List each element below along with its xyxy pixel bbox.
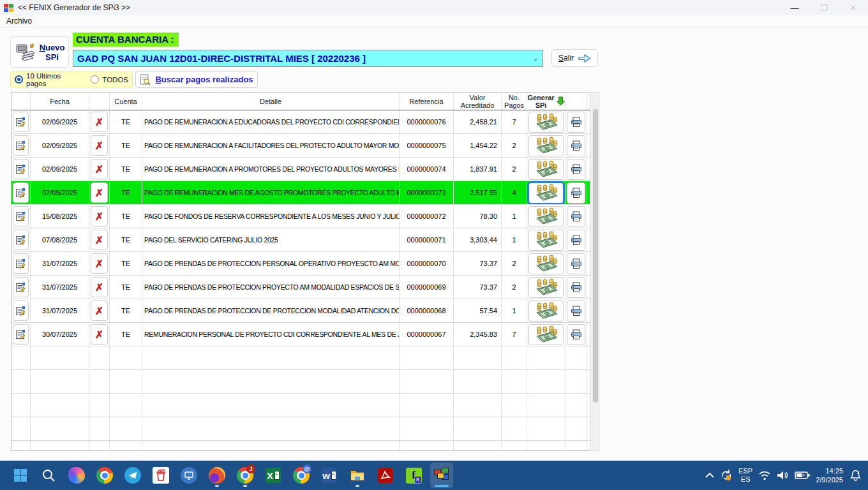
- generar-spi-button[interactable]: [528, 324, 564, 345]
- print-button[interactable]: [567, 277, 585, 298]
- generar-spi-button[interactable]: [528, 112, 564, 133]
- print-button[interactable]: [567, 182, 585, 204]
- edit-row-button[interactable]: [13, 253, 29, 274]
- edit-row-button[interactable]: [13, 135, 29, 156]
- chevron-down-icon[interactable]: ⌄: [528, 54, 542, 63]
- no-pagos-cell: 2: [502, 134, 527, 157]
- taskbar-file-explorer[interactable]: [346, 463, 369, 488]
- edit-row-button[interactable]: [13, 277, 29, 297]
- generar-spi-button[interactable]: [528, 206, 564, 227]
- table-row[interactable]: 31/07/2025 ✗ TE PAGO DE PRENDAS DE PROTE…: [11, 276, 590, 299]
- delete-row-button[interactable]: ✗: [91, 135, 108, 156]
- table-row[interactable]: 15/08/2025 ✗ TE PAGO DE FONDOS DE RESERV…: [11, 205, 590, 228]
- print-button[interactable]: [567, 159, 585, 180]
- print-button[interactable]: [567, 112, 585, 133]
- volume-icon[interactable]: [777, 470, 789, 480]
- delete-row-button[interactable]: ✗: [91, 277, 108, 297]
- taskbar-fenix-spi3-active[interactable]: [430, 463, 453, 488]
- table-row[interactable]: 07/08/2025 ✗ TE PAGO DEL SERVICIO CATERI…: [11, 228, 590, 252]
- delete-row-button[interactable]: ✗: [91, 324, 108, 345]
- edit-row-button[interactable]: [13, 182, 29, 203]
- header-print-col: [565, 93, 587, 110]
- taskbar-chrome[interactable]: [93, 463, 116, 488]
- print-button[interactable]: [567, 253, 585, 274]
- edit-row-button[interactable]: [13, 159, 29, 179]
- edit-row-button[interactable]: [13, 112, 29, 132]
- battery-icon[interactable]: [795, 471, 810, 480]
- taskbar-recycle-bin[interactable]: [149, 463, 172, 488]
- restore-button[interactable]: ❐: [809, 0, 839, 15]
- print-button[interactable]: [567, 135, 585, 156]
- edit-row-button[interactable]: [13, 230, 29, 250]
- delete-row-button[interactable]: ✗: [91, 230, 108, 250]
- generar-spi-button[interactable]: [528, 159, 564, 180]
- taskbar-firefox[interactable]: [206, 463, 228, 488]
- close-button[interactable]: ✕: [839, 0, 868, 15]
- taskbar-telegram[interactable]: [121, 463, 144, 488]
- start-button[interactable]: [9, 463, 32, 488]
- detalle-cell: PAGO DE PRENDAS DE PROTECCION DE PROTECC…: [142, 299, 400, 322]
- delete-row-button[interactable]: ✗: [91, 182, 108, 203]
- delete-cell: ✗: [89, 276, 110, 299]
- salir-button[interactable]: Salir: [551, 49, 598, 67]
- money-icon: [534, 137, 558, 154]
- generar-spi-button[interactable]: [528, 277, 564, 298]
- delete-row-button[interactable]: ✗: [91, 253, 108, 274]
- taskbar-acrobat[interactable]: [374, 463, 397, 488]
- generar-spi-button[interactable]: [528, 135, 564, 156]
- printer-icon: [571, 235, 582, 246]
- cuenta-bancaria-select[interactable]: GAD PQ SAN JUAN 12D01-DIREC-DISTRITAL MI…: [73, 50, 543, 67]
- scrollbar-thumb[interactable]: [593, 109, 598, 403]
- table-row[interactable]: 02/09/2025 ✗ TE PAGO DE REMUNERACION MES…: [11, 181, 590, 205]
- minimize-button[interactable]: —: [780, 0, 809, 15]
- taskbar-excel[interactable]: X≡: [262, 463, 285, 488]
- taskbar-copilot[interactable]: [65, 463, 88, 488]
- language-indicator[interactable]: ESP ES: [738, 467, 752, 484]
- menu-archivo[interactable]: Archivo: [0, 17, 38, 26]
- tray-date: 2/9/2025: [816, 475, 843, 484]
- table-row[interactable]: 02/09/2025 ✗ TE PAGO DE REMUNERACION A P…: [11, 158, 590, 181]
- table-row[interactable]: 02/09/2025 ✗ TE PAGO DE REMUNERACION A E…: [11, 110, 590, 134]
- table-row[interactable]: 30/07/2025 ✗ TE REMUNERACION PERSONAL DE…: [11, 323, 590, 346]
- generar-spi-button[interactable]: [528, 230, 564, 251]
- tray-sync-icon[interactable]: [720, 469, 733, 482]
- delete-row-button[interactable]: ✗: [91, 301, 108, 321]
- tray-chevron-up-icon[interactable]: [705, 473, 714, 478]
- taskbar-fenix[interactable]: f✕: [402, 463, 425, 488]
- wifi-icon[interactable]: [758, 470, 771, 480]
- taskbar-search-button[interactable]: [37, 463, 60, 488]
- delete-row-button[interactable]: ✗: [91, 112, 108, 132]
- print-button[interactable]: [567, 206, 585, 227]
- valor-acreditado-cell: 57.54: [454, 299, 502, 322]
- header-generar-spi-label: Generar SPi: [527, 94, 554, 109]
- nuevo-spi-button[interactable]: Nuevo SPi: [10, 36, 69, 68]
- taskbar-remote-desktop[interactable]: [177, 463, 200, 488]
- generar-spi-button[interactable]: [528, 301, 564, 322]
- buscar-pagos-button[interactable]: Buscar pagos realizados: [135, 71, 258, 88]
- table-row[interactable]: 31/07/2025 ✗ TE PAGO DE PRENDAS DE PROTE…: [11, 252, 590, 276]
- table-vertical-scrollbar[interactable]: [592, 92, 599, 451]
- detalle-cell: PAGO DE PRENDAS DE PROTECCION PERSONAL O…: [142, 252, 400, 275]
- radio-10-ultimos[interactable]: [15, 75, 23, 84]
- header-referencia: Referencia: [400, 93, 454, 110]
- edit-row-button[interactable]: [13, 301, 29, 321]
- delete-row-button[interactable]: ✗: [91, 206, 108, 226]
- edit-row-button[interactable]: [13, 324, 29, 345]
- taskbar-chrome-profile-j[interactable]: J: [234, 463, 257, 488]
- delete-row-button[interactable]: ✗: [91, 159, 108, 179]
- print-button[interactable]: [567, 324, 585, 345]
- edit-row-button[interactable]: [13, 206, 29, 226]
- generar-spi-button[interactable]: [528, 182, 564, 204]
- print-button[interactable]: [567, 230, 585, 251]
- table-row[interactable]: 31/07/2025 ✗ TE PAGO DE PRENDAS DE PROTE…: [11, 299, 590, 323]
- detalle-cell: PAGO DE FONDOS DE RESERVA CORRESPONDIENT…: [142, 205, 400, 228]
- generar-spi-button[interactable]: [528, 253, 564, 274]
- table-row[interactable]: 02/09/2025 ✗ TE PAGO DE REMUNERACION A F…: [11, 134, 590, 158]
- taskbar-word[interactable]: w≡: [318, 463, 341, 488]
- notification-bell-icon[interactable]: z: [849, 470, 862, 481]
- clock[interactable]: 14:25 2/9/2025: [816, 466, 843, 484]
- taskbar-chrome-profile-2[interactable]: @: [290, 463, 313, 488]
- print-button[interactable]: [567, 301, 585, 322]
- radio-todos[interactable]: [91, 75, 99, 84]
- cuenta-cell: TE: [110, 181, 142, 204]
